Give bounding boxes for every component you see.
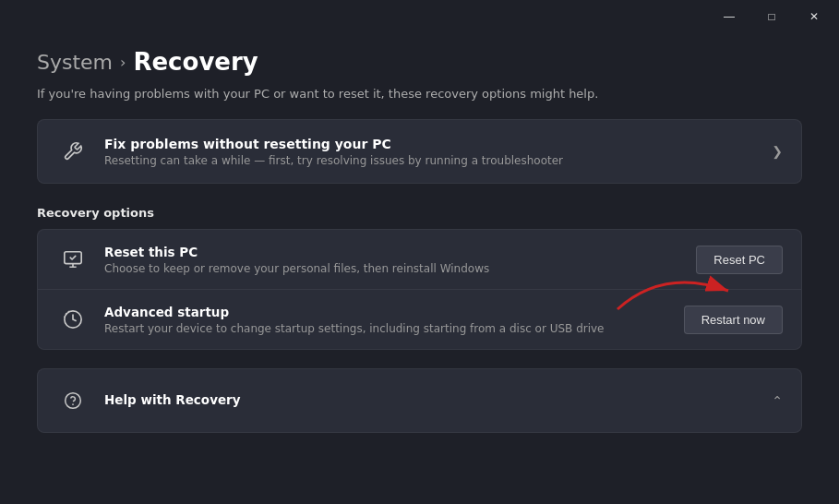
page-title: Recovery	[133, 48, 258, 76]
main-content: System › Recovery If you're having probl…	[0, 33, 839, 451]
fix-problems-desc: Resetting can take a while — first, try …	[104, 154, 761, 167]
help-with-recovery-label: Help with Recovery	[104, 392, 241, 407]
reset-pc-button[interactable]: Reset PC	[696, 246, 783, 274]
breadcrumb-separator: ›	[120, 54, 126, 71]
maximize-button[interactable]: □	[750, 2, 793, 31]
advanced-startup-icon	[56, 303, 90, 336]
minimize-button[interactable]: —	[708, 2, 750, 31]
advanced-startup-row: Advanced startup Restart your device to …	[38, 290, 801, 349]
reset-pc-desc: Choose to keep or remove your personal f…	[104, 262, 696, 275]
advanced-startup-text: Advanced startup Restart your device to …	[104, 305, 684, 335]
fix-problems-title: Fix problems without resetting your PC	[104, 137, 761, 151]
reset-pc-text: Reset this PC Choose to keep or remove y…	[104, 245, 696, 275]
help-recovery-icon	[56, 384, 90, 417]
svg-point-2	[66, 393, 81, 409]
close-button[interactable]: ✕	[793, 2, 835, 31]
fix-problems-card[interactable]: Fix problems without resetting your PC R…	[37, 119, 802, 184]
advanced-startup-desc: Restart your device to change startup se…	[104, 322, 684, 335]
fix-problems-text: Fix problems without resetting your PC R…	[104, 137, 761, 167]
title-bar: — □ ✕	[0, 0, 839, 33]
reset-pc-title: Reset this PC	[104, 245, 696, 259]
page-subtitle: If you're having problems with your PC o…	[37, 87, 802, 101]
fix-problems-chevron-icon: ❯	[772, 144, 783, 159]
reset-pc-row: Reset this PC Choose to keep or remove y…	[38, 230, 801, 290]
breadcrumb-system[interactable]: System	[37, 51, 113, 74]
help-recovery-chevron-icon: ⌃	[772, 393, 783, 408]
help-with-recovery-card[interactable]: Help with Recovery ⌃	[37, 368, 802, 433]
reset-pc-icon	[56, 243, 90, 276]
advanced-startup-title: Advanced startup	[104, 305, 684, 319]
breadcrumb: System › Recovery	[37, 48, 802, 76]
recovery-options-container: Reset this PC Choose to keep or remove y…	[37, 229, 802, 350]
fix-problems-icon	[56, 135, 90, 168]
recovery-options-label: Recovery options	[37, 206, 802, 220]
restart-now-button[interactable]: Restart now	[684, 306, 783, 334]
